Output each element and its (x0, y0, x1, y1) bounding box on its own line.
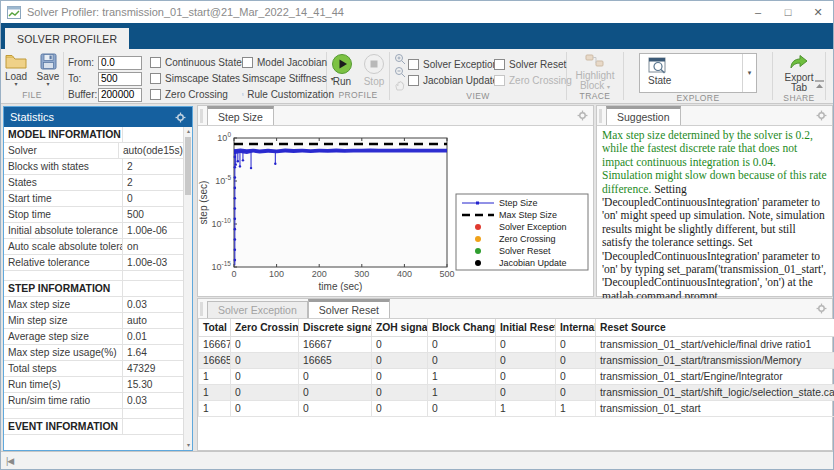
stats-row[interactable]: Blocks with states2 (4, 159, 183, 175)
view-solver-exception-checkbox[interactable] (408, 59, 419, 70)
column-header[interactable]: Reset Source (596, 319, 834, 336)
svg-text:Solver Reset: Solver Reset (499, 246, 551, 256)
scroll-down-icon[interactable]: ▾ (184, 441, 193, 450)
tab-solver-exception[interactable]: Solver Exception (207, 301, 308, 318)
stats-row[interactable]: Stop time500 (4, 207, 183, 223)
statistics-gear-icon[interactable] (175, 112, 186, 123)
stats-row[interactable]: Average step size0.01 (4, 329, 183, 345)
ribbon-section-share: Export Tab SHARE (773, 49, 825, 103)
stats-row[interactable]: EVENT INFORMATION (4, 419, 183, 435)
tab-step-size[interactable]: Step Size (207, 106, 274, 125)
zoom-in-icon[interactable] (394, 53, 406, 65)
continuous-states-checkbox[interactable] (150, 57, 161, 68)
collapse-ribbon-icon[interactable] (814, 80, 825, 89)
save-icon (40, 53, 57, 70)
close-button[interactable]: ✕ (803, 1, 833, 23)
table-row[interactable]: 1000100transmission_01_start/Engine/Inte… (199, 368, 834, 384)
statistics-scrollbar[interactable]: ▴ ▾ (183, 127, 192, 450)
reset-table-gear-icon[interactable] (816, 303, 827, 314)
svg-text:10-10: 10-10 (212, 217, 232, 229)
svg-text:Solver Exception: Solver Exception (499, 222, 567, 232)
to-input[interactable] (98, 72, 142, 86)
suggestion-panel: Suggestion Max step size determined by t… (596, 105, 833, 297)
run-button[interactable]: Run (327, 53, 357, 87)
stats-row[interactable]: Relative tolerance1.00e-03 (4, 255, 183, 271)
stats-row[interactable]: Start time0 (4, 191, 183, 207)
column-header[interactable]: Zero Crossing (231, 319, 299, 336)
from-input[interactable] (98, 56, 142, 70)
model-jacobian-checkbox[interactable] (242, 57, 253, 68)
stats-row[interactable]: Min step sizeauto (4, 313, 183, 329)
column-header[interactable]: Internal (556, 319, 596, 336)
statistics-panel: Statistics MODEL INFORMATIONSolverauto(o… (3, 106, 193, 451)
zero-crossing-checkbox[interactable] (150, 89, 161, 100)
window-title: Solver Profiler: transmission_01_start@2… (27, 6, 743, 18)
column-header[interactable]: Initial Reset (496, 319, 556, 336)
column-header[interactable]: Discrete signal (299, 319, 372, 336)
highlight-block-button: Highlight Block ▾ (569, 53, 621, 91)
state-gallery-dropdown[interactable]: ▾ (742, 54, 756, 92)
stats-row[interactable]: Solverauto(ode15s) (4, 143, 183, 159)
simscape-stiffness-dropdown[interactable]: Simscape Stiffness▾ (242, 71, 334, 86)
buffer-input[interactable] (98, 88, 142, 102)
scroll-up-icon[interactable]: ▴ (184, 127, 193, 136)
stats-row[interactable]: Run time(s)15.30 (4, 377, 183, 393)
save-button[interactable]: Save ▾ (33, 53, 63, 87)
svg-text:100: 100 (269, 269, 284, 279)
section-label-share: SHARE (773, 93, 825, 103)
svg-text:200: 200 (312, 269, 327, 279)
tab-solver-reset[interactable]: Solver Reset (308, 299, 390, 318)
statistics-title: Statistics (10, 111, 54, 123)
minimize-button[interactable]: – (743, 1, 773, 23)
stats-row[interactable]: Max step size0.03 (4, 297, 183, 313)
panel-handle[interactable] (599, 109, 602, 123)
stats-row[interactable]: Total steps47329 (4, 361, 183, 377)
scrollbar-thumb[interactable] (185, 137, 191, 195)
stats-row[interactable]: MODEL INFORMATION (4, 127, 183, 143)
load-button[interactable]: Load ▾ (1, 53, 31, 87)
suggestion-text-black: Setting 'DecoupledContinuousIntegration'… (602, 183, 826, 302)
table-row[interactable]: 166650166650000transmission_01_start/tra… (199, 352, 834, 368)
highlight-block-icon (585, 53, 605, 69)
state-gallery-item[interactable]: State (640, 54, 742, 92)
caret-down-icon: ▾ (607, 84, 610, 90)
zoom-out-icon[interactable] (394, 66, 406, 78)
panel-handle[interactable] (200, 109, 203, 123)
svg-text:100: 100 (217, 131, 231, 143)
stats-row[interactable]: Initial absolute tolerance1.00e-06 (4, 223, 183, 239)
stats-row[interactable]: Run/sim time ratio0.03 (4, 393, 183, 409)
suggestion-gear-icon[interactable] (816, 110, 827, 121)
stats-row[interactable]: Auto scale absolute toleran...on (4, 239, 183, 255)
section-label-profile: PROFILE (327, 90, 389, 103)
caret-down-icon: ▾ (46, 82, 49, 87)
stats-row[interactable]: STEP INFORMATION (4, 281, 183, 297)
view-jacobian-update-checkbox[interactable] (408, 75, 419, 86)
stats-row[interactable]: States2 (4, 175, 183, 191)
tab-solver-profiler[interactable]: SOLVER PROFILER (5, 28, 129, 49)
tab-suggestion[interactable]: Suggestion (606, 106, 681, 125)
ribbon-section-file: Load ▾ Save ▾ FILE (1, 49, 63, 103)
table-row[interactable]: 1000100transmission_01_start/shift_logic… (199, 384, 834, 400)
from-label: From: (68, 57, 98, 68)
svg-text:0: 0 (231, 269, 236, 279)
stats-row[interactable]: Max step size usage(%)1.64 (4, 345, 183, 361)
simscape-states-checkbox[interactable] (150, 73, 161, 84)
app-icon (7, 6, 21, 19)
table-row[interactable]: 166670166670000transmission_01_start/veh… (199, 336, 834, 352)
section-label-explore: EXPLORE (624, 93, 772, 103)
column-header[interactable]: ZOH signal (372, 319, 428, 336)
maximize-button[interactable]: □ (773, 1, 803, 23)
step-size-chart[interactable]: 010020030040050010010-510-1010-15time (s… (198, 126, 593, 296)
ribbon-section-configure: From: To: Buffer: Continuous (64, 49, 326, 103)
column-header[interactable]: Block Change (428, 319, 496, 336)
stop-button: Stop (359, 53, 389, 87)
view-solver-reset-checkbox[interactable] (494, 59, 505, 70)
svg-text:10-5: 10-5 (215, 174, 231, 186)
column-header[interactable]: Total (199, 319, 231, 336)
step-size-gear-icon[interactable] (577, 110, 588, 121)
rule-customization-button[interactable]: Rule Customization (242, 87, 334, 102)
ribbon-tabstrip: SOLVER PROFILER (1, 23, 833, 49)
panel-handle[interactable] (200, 302, 203, 316)
collapse-left-panel-icon[interactable]: |◀ (6, 456, 13, 466)
table-row[interactable]: 1000011transmission_01_start (199, 400, 834, 416)
